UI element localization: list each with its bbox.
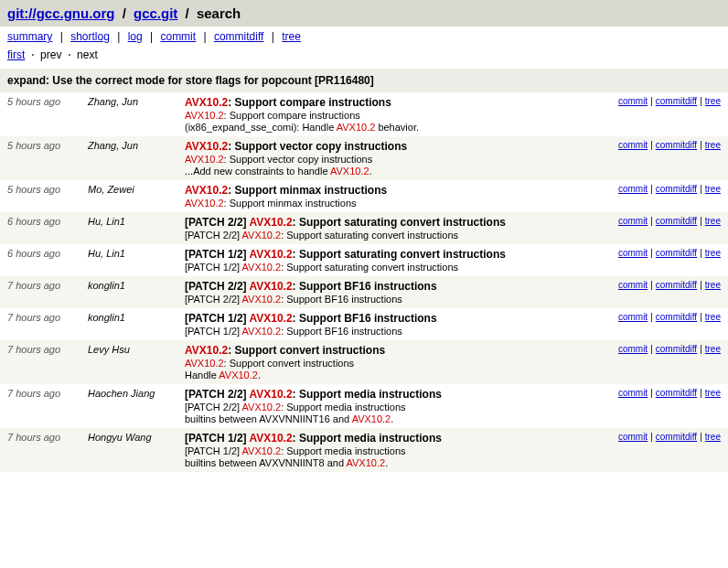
nav-shortlog[interactable]: shortlog (70, 30, 110, 43)
action-commit[interactable]: commit (618, 140, 648, 150)
subject-suffix: : Support minmax instructions (228, 184, 387, 197)
action-tree[interactable]: tree (705, 184, 721, 194)
action-commit[interactable]: commit (618, 388, 648, 398)
commit-author: Levy Hsu (88, 344, 177, 355)
body-line-suffix: . (369, 166, 372, 177)
body-line-suffix: : Support vector copy instructions (224, 154, 373, 165)
nav-log[interactable]: log (128, 30, 143, 43)
action-commitdiff[interactable]: commitdiff (656, 216, 697, 226)
body-line-suffix: behavior. (375, 122, 419, 133)
nav-separator: | (110, 30, 128, 43)
commit-author: Zhang, Jun (88, 96, 177, 107)
commit-subject-block: [PATCH 2/2] AVX10.2: Support saturating … (185, 216, 549, 241)
body-line-suffix: : Support media instructions (281, 445, 405, 456)
action-tree[interactable]: tree (705, 388, 721, 398)
body-line-prefix: [PATCH 2/2] (185, 402, 242, 413)
avx-token: AVX10.2 (185, 198, 224, 209)
pager: first ⋅ prev ⋅ next (0, 47, 728, 69)
action-commit[interactable]: commit (618, 280, 648, 290)
link-separator: | (648, 184, 656, 194)
subject-prefix: [PATCH 1/2] (185, 312, 249, 325)
action-tree[interactable]: tree (705, 216, 721, 226)
action-tree[interactable]: tree (705, 312, 721, 322)
body-line-suffix: : Support convert instructions (224, 358, 354, 369)
commit-subject-block: [PATCH 1/2] AVX10.2: Support media instr… (185, 432, 549, 468)
commit-row: 5 hours agoZhang, JunAVX10.2: Support co… (0, 92, 728, 136)
nav-separator: | (143, 30, 161, 43)
action-commitdiff[interactable]: commitdiff (656, 312, 697, 322)
action-tree[interactable]: tree (705, 96, 721, 106)
commit-action-links: commit|commitdiff|tree (556, 388, 721, 398)
commit-subject-block: AVX10.2: Support compare instructionsAVX… (185, 96, 549, 133)
commit-action-links: commit|commitdiff|tree (556, 140, 721, 150)
action-commit[interactable]: commit (618, 248, 648, 258)
commit-subject-link[interactable]: [PATCH 1/2] AVX10.2: Support media instr… (185, 432, 442, 445)
subject-suffix: : Support convert instructions (228, 344, 385, 357)
commit-author: Hu, Lin1 (88, 216, 177, 227)
commit-subject-link[interactable]: [PATCH 2/2] AVX10.2: Support media instr… (185, 388, 442, 401)
action-commitdiff[interactable]: commitdiff (656, 140, 697, 150)
action-commit[interactable]: commit (618, 432, 648, 442)
commit-subject-link[interactable]: [PATCH 2/2] AVX10.2: Support BF16 instru… (185, 280, 437, 293)
commit-age: 6 hours ago (7, 248, 80, 259)
avx-token: AVX10.2 (249, 216, 292, 229)
commit-age: 6 hours ago (7, 216, 80, 227)
action-commitdiff[interactable]: commitdiff (656, 280, 697, 290)
avx-token: AVX10.2 (242, 294, 282, 305)
action-commitdiff[interactable]: commitdiff (656, 248, 697, 258)
action-tree[interactable]: tree (705, 344, 721, 354)
commit-title[interactable]: expand: Use the correct mode for store f… (0, 69, 728, 92)
commit-row: 7 hours agokonglin1[PATCH 1/2] AVX10.2: … (0, 308, 728, 340)
avx-token: AVX10.2 (242, 262, 282, 273)
avx-token: AVX10.2 (242, 402, 282, 413)
commit-row: 5 hours agoMo, ZeweiAVX10.2: Support min… (0, 180, 728, 212)
commit-subject-link[interactable]: [PATCH 1/2] AVX10.2: Support BF16 instru… (185, 312, 437, 325)
body-line-prefix: [PATCH 2/2] (185, 294, 242, 305)
action-commitdiff[interactable]: commitdiff (656, 344, 697, 354)
body-line-suffix: . (391, 413, 393, 424)
link-separator: | (648, 140, 656, 150)
action-tree[interactable]: tree (705, 140, 721, 150)
nav-tree[interactable]: tree (282, 30, 301, 43)
commit-subject-link[interactable]: AVX10.2: Support vector copy instruction… (185, 140, 407, 153)
commit-subject-link[interactable]: AVX10.2: Support convert instructions (185, 344, 385, 357)
subject-prefix: [PATCH 1/2] (185, 432, 249, 445)
commit-body-line: [PATCH 1/2] AVX10.2: Support BF16 instru… (185, 326, 549, 337)
action-commit[interactable]: commit (618, 96, 648, 106)
nav-commit[interactable]: commit (160, 30, 196, 43)
repo-base-link[interactable]: git://gcc.gnu.org (7, 5, 115, 21)
avx-token: AVX10.2 (185, 184, 228, 197)
link-separator: | (697, 280, 705, 290)
commit-subject-link[interactable]: AVX10.2: Support compare instructions (185, 96, 391, 109)
nav-separator: | (52, 30, 70, 43)
body-line-prefix: (ix86_expand_sse_comi): Handle (185, 122, 337, 133)
body-line-prefix: [PATCH 2/2] (185, 230, 242, 241)
commit-subject-link[interactable]: AVX10.2: Support minmax instructions (185, 184, 387, 197)
avx-token: AVX10.2 (242, 445, 282, 456)
action-tree[interactable]: tree (705, 280, 721, 290)
commit-subject-link[interactable]: [PATCH 1/2] AVX10.2: Support saturating … (185, 248, 506, 261)
action-commit[interactable]: commit (618, 344, 648, 354)
nav-commitdiff[interactable]: commitdiff (214, 30, 263, 43)
commit-author: konglin1 (88, 280, 177, 291)
action-tree[interactable]: tree (705, 248, 721, 258)
action-commitdiff[interactable]: commitdiff (656, 388, 697, 398)
action-commitdiff[interactable]: commitdiff (656, 184, 697, 194)
avx-token: AVX10.2 (219, 370, 258, 380)
action-commitdiff[interactable]: commitdiff (656, 432, 697, 442)
action-commit[interactable]: commit (618, 184, 648, 194)
pager-first[interactable]: first (7, 48, 25, 61)
action-commit[interactable]: commit (618, 216, 648, 226)
link-separator: | (648, 248, 656, 258)
link-separator: | (648, 344, 656, 354)
commit-subject-link[interactable]: [PATCH 2/2] AVX10.2: Support saturating … (185, 216, 506, 229)
nav-summary[interactable]: summary (7, 30, 52, 43)
subject-suffix: : Support BF16 instructions (293, 280, 437, 293)
link-separator: | (648, 312, 656, 322)
link-separator: | (697, 432, 705, 442)
action-tree[interactable]: tree (705, 432, 721, 442)
action-commitdiff[interactable]: commitdiff (656, 96, 697, 106)
repo-name-link[interactable]: gcc.git (134, 5, 177, 21)
action-commit[interactable]: commit (618, 312, 648, 322)
commit-author: Haochen Jiang (88, 388, 177, 399)
